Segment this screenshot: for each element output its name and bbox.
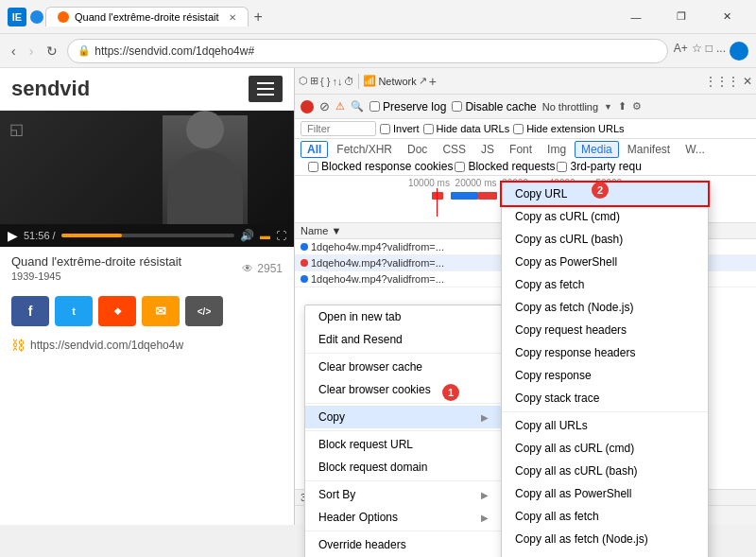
social-buttons: f t ❖ ✉ </> — [0, 290, 294, 332]
collections-icon[interactable]: □ — [706, 42, 713, 61]
new-tab-button[interactable]: + — [250, 9, 266, 26]
record-button[interactable] — [301, 100, 314, 113]
cm2-copy-powershell[interactable]: Copy as PowerShell — [502, 251, 708, 273]
video-controls: ▶ 51:56 / 🔊 ▬ ⛶ — [0, 224, 294, 247]
cm-clear-cookies[interactable]: Clear browser cookies — [305, 378, 502, 401]
twitter-share-button[interactable]: t — [55, 296, 93, 326]
embed-button[interactable]: </> — [185, 296, 223, 326]
cm2-copy-response-headers[interactable]: Copy response headers — [502, 341, 708, 364]
cm2-copy-request-headers[interactable]: Copy request headers — [502, 319, 708, 341]
cm-block-url[interactable]: Block request URL — [305, 433, 502, 456]
blocked-requests-checkbox[interactable]: Blocked requests — [455, 160, 555, 173]
performance-icon[interactable]: ⏱ — [344, 76, 354, 87]
invert-checkbox[interactable]: Invert — [380, 123, 420, 134]
refresh-button[interactable]: ↻ — [43, 42, 61, 61]
filter-tag-manifest[interactable]: Manifest — [621, 141, 677, 158]
cm2-copy-fetch[interactable]: Copy as fetch — [502, 273, 708, 296]
cm2-copy-fetch-nodejs[interactable]: Copy as fetch (Node.js) — [502, 296, 708, 319]
cm-override-headers[interactable]: Override headers — [305, 533, 502, 556]
cm-copy[interactable]: Copy ▶ — [305, 406, 502, 428]
third-party-checkbox[interactable]: 3rd-party requ — [557, 160, 641, 173]
wifi-icon[interactable]: 📶 — [363, 75, 376, 87]
bookmark-icon[interactable]: ☆ — [692, 42, 702, 61]
cursor-icon[interactable]: ↗ — [419, 75, 427, 87]
cm2-copy-curl-cmd[interactable]: Copy as cURL (cmd) — [502, 205, 708, 228]
cm2-copy-curl-bash[interactable]: Copy as cURL (bash) — [502, 228, 708, 251]
hide-data-urls-check[interactable] — [423, 124, 434, 134]
sources-icon[interactable]: { } — [320, 76, 330, 87]
cm2-copy-all-curl-cmd[interactable]: Copy all as cURL (cmd) — [502, 437, 708, 460]
devtools-close-icon[interactable]: ✕ — [743, 75, 752, 88]
filter-tag-doc[interactable]: Doc — [401, 141, 434, 158]
cm2-copy-stack-trace[interactable]: Copy stack trace — [502, 387, 708, 409]
clear-button[interactable]: ⊘ — [319, 99, 330, 113]
disable-cache-checkbox[interactable]: Disable cache — [452, 100, 536, 113]
close-button[interactable]: ✕ — [705, 3, 748, 31]
filter-tag-fetchxhr[interactable]: Fetch/XHR — [330, 141, 399, 158]
minimize-button[interactable]: — — [614, 3, 658, 31]
active-tab[interactable]: Quand l'extrême-droite résistait ✕ — [45, 7, 249, 26]
time-display: 51:56 / — [24, 230, 56, 241]
cm2-copy-all-har[interactable]: Copy all as HAR — [502, 550, 708, 557]
play-button[interactable]: ▶ — [8, 228, 18, 243]
settings-icon[interactable]: ... — [716, 42, 726, 61]
no-throttling-select[interactable]: No throttling — [542, 101, 598, 113]
disable-cache-check[interactable] — [452, 101, 462, 112]
add-icon[interactable]: + — [429, 74, 437, 89]
progress-bar[interactable] — [61, 234, 234, 237]
console-icon[interactable]: ⊞ — [310, 75, 318, 87]
filter-tag-font[interactable]: Font — [503, 141, 539, 158]
tab-close-icon[interactable]: ✕ — [229, 12, 236, 23]
address-bar[interactable]: 🔒 https://sendvid.com/1dqeho4w# — [67, 39, 667, 63]
back-button[interactable]: ‹ — [8, 42, 20, 61]
cm2-copy-response[interactable]: Copy response — [502, 364, 708, 387]
filter-tag-img[interactable]: Img — [541, 141, 573, 158]
email-share-button[interactable]: ✉ — [142, 296, 180, 326]
cm-block-domain[interactable]: Block request domain — [305, 456, 502, 479]
filter-tag-ws[interactable]: W... — [679, 141, 712, 158]
network-icon[interactable]: ↑↓ — [332, 76, 342, 87]
upload-icon[interactable]: ⬆ — [618, 100, 627, 113]
req-dot — [301, 275, 308, 283]
cm-header-options[interactable]: Header Options ▶ — [305, 506, 502, 529]
settings-cog-icon[interactable]: ⚙ — [632, 100, 642, 113]
devtools-right-controls: ⋮⋮⋮ ✕ — [705, 75, 752, 88]
site-logo: sendvid — [11, 77, 90, 101]
cm2-copy-all-powershell[interactable]: Copy all as PowerShell — [502, 482, 708, 505]
cm-clear-cache[interactable]: Clear browser cache — [305, 356, 502, 378]
filter-tag-media[interactable]: Media — [575, 141, 619, 158]
filter-tag-all[interactable]: All — [301, 141, 328, 158]
filter-tag-js[interactable]: JS — [474, 141, 501, 158]
facebook-share-button[interactable]: f — [11, 296, 49, 326]
hamburger-menu[interactable] — [249, 76, 283, 102]
cm2-copy-all-fetch[interactable]: Copy all as fetch — [502, 505, 708, 528]
read-view-icon[interactable]: A+ — [674, 42, 688, 61]
filter-input[interactable] — [301, 121, 376, 136]
search-icon[interactable]: 🔍 — [351, 100, 364, 113]
preserve-log-checkbox[interactable]: Preserve log — [369, 100, 446, 113]
nav-bar: ‹ › ↻ 🔒 https://sendvid.com/1dqeho4w# A+… — [0, 34, 756, 68]
hide-data-urls-checkbox[interactable]: Hide data URLs — [423, 123, 510, 134]
cm-open-new-tab[interactable]: Open in new tab — [305, 305, 502, 328]
invert-check[interactable] — [380, 124, 390, 134]
maximize-button[interactable]: ❐ — [660, 3, 703, 31]
cm2-copy-all-urls[interactable]: Copy all URLs — [502, 414, 708, 437]
volume-icon[interactable]: 🔊 — [240, 229, 254, 242]
more-options-icon[interactable]: ⋮⋮⋮ — [705, 75, 739, 88]
cm2-copy-all-fetch-nodejs[interactable]: Copy all as fetch (Node.js) — [502, 528, 708, 550]
sort-by-arrow-icon: ▶ — [481, 490, 489, 500]
preserve-log-check[interactable] — [369, 101, 380, 112]
network-label[interactable]: Network — [378, 76, 416, 87]
cm2-copy-all-curl-bash[interactable]: Copy all as cURL (bash) — [502, 460, 708, 482]
reddit-share-button[interactable]: ❖ — [98, 296, 136, 326]
timeline-bar-3 — [478, 192, 497, 200]
elements-icon[interactable]: ⬡ — [299, 75, 308, 87]
forward-button[interactable]: › — [26, 42, 38, 61]
filter-tag-css[interactable]: CSS — [436, 141, 472, 158]
hide-extension-urls-checkbox[interactable]: Hide extension URLs — [513, 123, 624, 134]
blocked-cookies-checkbox[interactable]: Blocked response cookies — [308, 160, 453, 173]
hide-extension-urls-check[interactable] — [513, 124, 524, 134]
fullscreen-button[interactable]: ⛶ — [276, 230, 286, 241]
cm-edit-resend[interactable]: Edit and Resend — [305, 328, 502, 351]
cm-sort-by[interactable]: Sort By ▶ — [305, 483, 502, 506]
